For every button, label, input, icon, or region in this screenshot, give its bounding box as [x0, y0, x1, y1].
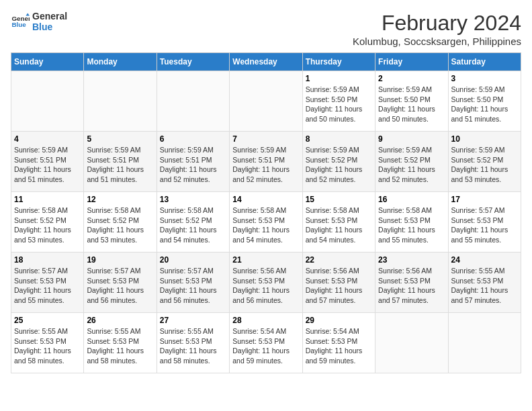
- day-info: Sunrise: 5:59 AM Sunset: 5:51 PM Dayligh…: [14, 145, 81, 185]
- day-number: 29: [306, 316, 372, 325]
- day-info: Sunrise: 5:55 AM Sunset: 5:53 PM Dayligh…: [451, 266, 518, 306]
- calendar-cell: 9Sunrise: 5:59 AM Sunset: 5:52 PM Daylig…: [375, 132, 448, 192]
- week-row: 18Sunrise: 5:57 AM Sunset: 5:53 PM Dayli…: [11, 253, 521, 313]
- calendar-cell: 6Sunrise: 5:59 AM Sunset: 5:51 PM Daylig…: [157, 132, 229, 192]
- calendar-cell: 15Sunrise: 5:58 AM Sunset: 5:53 PM Dayli…: [302, 192, 375, 253]
- day-info: Sunrise: 5:57 AM Sunset: 5:53 PM Dayligh…: [14, 266, 81, 306]
- calendar-cell: 3Sunrise: 5:59 AM Sunset: 5:50 PM Daylig…: [448, 71, 521, 132]
- calendar-cell: 22Sunrise: 5:56 AM Sunset: 5:53 PM Dayli…: [302, 253, 375, 313]
- calendar-cell: 24Sunrise: 5:55 AM Sunset: 5:53 PM Dayli…: [448, 253, 521, 313]
- calendar-cell: 1Sunrise: 5:59 AM Sunset: 5:50 PM Daylig…: [302, 71, 375, 132]
- calendar-cell: 13Sunrise: 5:58 AM Sunset: 5:52 PM Dayli…: [157, 192, 229, 253]
- page-title: February 2024: [353, 11, 521, 36]
- day-info: Sunrise: 5:59 AM Sunset: 5:51 PM Dayligh…: [232, 145, 299, 185]
- day-number: 26: [87, 316, 153, 325]
- calendar-cell: 20Sunrise: 5:57 AM Sunset: 5:53 PM Dayli…: [157, 253, 229, 313]
- day-number: 7: [232, 134, 299, 144]
- logo-icon: General Blue: [11, 12, 30, 31]
- day-number: 2: [378, 74, 445, 83]
- logo-line1: General: [32, 11, 67, 21]
- calendar-cell: 19Sunrise: 5:57 AM Sunset: 5:53 PM Dayli…: [84, 253, 157, 313]
- day-number: 1: [306, 74, 372, 83]
- day-info: Sunrise: 5:54 AM Sunset: 5:53 PM Dayligh…: [306, 326, 372, 366]
- calendar-cell: 8Sunrise: 5:59 AM Sunset: 5:52 PM Daylig…: [302, 132, 375, 192]
- day-info: Sunrise: 5:58 AM Sunset: 5:53 PM Dayligh…: [306, 205, 372, 245]
- day-info: Sunrise: 5:56 AM Sunset: 5:53 PM Dayligh…: [232, 266, 299, 306]
- day-number: 23: [378, 255, 445, 265]
- day-info: Sunrise: 5:58 AM Sunset: 5:52 PM Dayligh…: [14, 205, 81, 245]
- day-number: 14: [232, 195, 299, 204]
- day-number: 16: [378, 195, 445, 204]
- calendar-cell: 5Sunrise: 5:59 AM Sunset: 5:51 PM Daylig…: [84, 132, 157, 192]
- calendar-cell: [157, 71, 229, 132]
- calendar-cell: 29Sunrise: 5:54 AM Sunset: 5:53 PM Dayli…: [302, 313, 375, 373]
- header: General Blue General Blue February 2024 …: [11, 11, 521, 47]
- calendar-cell: 12Sunrise: 5:58 AM Sunset: 5:52 PM Dayli…: [84, 192, 157, 253]
- day-number: 24: [451, 255, 518, 265]
- day-info: Sunrise: 5:57 AM Sunset: 5:53 PM Dayligh…: [87, 266, 153, 306]
- calendar-cell: 28Sunrise: 5:54 AM Sunset: 5:53 PM Dayli…: [230, 313, 302, 373]
- day-info: Sunrise: 5:55 AM Sunset: 5:53 PM Dayligh…: [87, 326, 153, 366]
- day-info: Sunrise: 5:58 AM Sunset: 5:52 PM Dayligh…: [160, 205, 226, 245]
- calendar-cell: 14Sunrise: 5:58 AM Sunset: 5:53 PM Dayli…: [230, 192, 302, 253]
- calendar-cell: 4Sunrise: 5:59 AM Sunset: 5:51 PM Daylig…: [11, 132, 84, 192]
- calendar-cell: 10Sunrise: 5:59 AM Sunset: 5:52 PM Dayli…: [448, 132, 521, 192]
- day-info: Sunrise: 5:58 AM Sunset: 5:52 PM Dayligh…: [87, 205, 153, 245]
- calendar-cell: 18Sunrise: 5:57 AM Sunset: 5:53 PM Dayli…: [11, 253, 84, 313]
- week-row: 1Sunrise: 5:59 AM Sunset: 5:50 PM Daylig…: [11, 71, 521, 132]
- calendar-table: SundayMondayTuesdayWednesdayThursdayFrid…: [11, 52, 521, 373]
- day-info: Sunrise: 5:57 AM Sunset: 5:53 PM Dayligh…: [160, 266, 226, 306]
- logo-line2: Blue: [32, 21, 67, 32]
- day-number: 28: [232, 316, 299, 325]
- day-header-sunday: Sunday: [11, 53, 84, 71]
- day-header-tuesday: Tuesday: [157, 53, 229, 71]
- day-number: 8: [306, 134, 372, 144]
- calendar-cell: 23Sunrise: 5:56 AM Sunset: 5:53 PM Dayli…: [375, 253, 448, 313]
- day-info: Sunrise: 5:59 AM Sunset: 5:50 PM Dayligh…: [451, 85, 518, 124]
- day-number: 27: [160, 316, 226, 325]
- day-info: Sunrise: 5:55 AM Sunset: 5:53 PM Dayligh…: [14, 326, 81, 366]
- day-info: Sunrise: 5:59 AM Sunset: 5:51 PM Dayligh…: [160, 145, 226, 185]
- day-number: 12: [87, 195, 153, 204]
- day-header-friday: Friday: [375, 53, 448, 71]
- day-header-wednesday: Wednesday: [230, 53, 302, 71]
- day-info: Sunrise: 5:54 AM Sunset: 5:53 PM Dayligh…: [232, 326, 299, 366]
- calendar-cell: 11Sunrise: 5:58 AM Sunset: 5:52 PM Dayli…: [11, 192, 84, 253]
- calendar-cell: 27Sunrise: 5:55 AM Sunset: 5:53 PM Dayli…: [157, 313, 229, 373]
- day-number: 19: [87, 255, 153, 265]
- calendar-cell: 21Sunrise: 5:56 AM Sunset: 5:53 PM Dayli…: [230, 253, 302, 313]
- day-info: Sunrise: 5:59 AM Sunset: 5:50 PM Dayligh…: [378, 85, 445, 124]
- day-info: Sunrise: 5:56 AM Sunset: 5:53 PM Dayligh…: [378, 266, 445, 306]
- calendar-cell: 7Sunrise: 5:59 AM Sunset: 5:51 PM Daylig…: [230, 132, 302, 192]
- day-number: 18: [14, 255, 81, 265]
- calendar-cell: [11, 71, 84, 132]
- day-number: 22: [306, 255, 372, 265]
- day-info: Sunrise: 5:59 AM Sunset: 5:52 PM Dayligh…: [451, 145, 518, 185]
- day-info: Sunrise: 5:58 AM Sunset: 5:53 PM Dayligh…: [378, 205, 445, 245]
- day-number: 5: [87, 134, 153, 144]
- week-row: 11Sunrise: 5:58 AM Sunset: 5:52 PM Dayli…: [11, 192, 521, 253]
- day-info: Sunrise: 5:57 AM Sunset: 5:53 PM Dayligh…: [451, 205, 518, 245]
- day-info: Sunrise: 5:55 AM Sunset: 5:53 PM Dayligh…: [160, 326, 226, 366]
- day-number: 17: [451, 195, 518, 204]
- calendar-cell: [84, 71, 157, 132]
- week-row: 25Sunrise: 5:55 AM Sunset: 5:53 PM Dayli…: [11, 313, 521, 373]
- day-number: 9: [378, 134, 445, 144]
- week-row: 4Sunrise: 5:59 AM Sunset: 5:51 PM Daylig…: [11, 132, 521, 192]
- day-header-saturday: Saturday: [448, 53, 521, 71]
- calendar-cell: 2Sunrise: 5:59 AM Sunset: 5:50 PM Daylig…: [375, 71, 448, 132]
- title-area: February 2024 Kolumbug, Soccsksargen, Ph…: [353, 11, 521, 47]
- calendar-cell: 17Sunrise: 5:57 AM Sunset: 5:53 PM Dayli…: [448, 192, 521, 253]
- page-subtitle: Kolumbug, Soccsksargen, Philippines: [353, 36, 521, 47]
- day-number: 15: [306, 195, 372, 204]
- day-header-thursday: Thursday: [302, 53, 375, 71]
- calendar-cell: 16Sunrise: 5:58 AM Sunset: 5:53 PM Dayli…: [375, 192, 448, 253]
- day-number: 10: [451, 134, 518, 144]
- calendar-cell: [375, 313, 448, 373]
- day-number: 25: [14, 316, 81, 325]
- logo: General Blue General Blue: [11, 11, 67, 32]
- day-number: 13: [160, 195, 226, 204]
- day-info: Sunrise: 5:59 AM Sunset: 5:50 PM Dayligh…: [306, 85, 372, 124]
- day-number: 20: [160, 255, 226, 265]
- day-info: Sunrise: 5:59 AM Sunset: 5:51 PM Dayligh…: [87, 145, 153, 185]
